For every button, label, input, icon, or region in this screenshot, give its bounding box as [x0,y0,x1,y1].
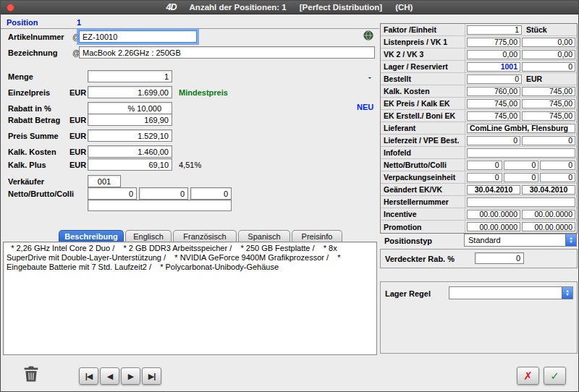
info-panel: Faktor /Einheit 1 Stück Listenpreis / VK… [380,23,578,234]
info-values: 1001 0 [465,61,577,72]
rabatt-betrag-field[interactable]: 169,90 [88,114,172,126]
delete-button[interactable] [17,362,46,385]
tab-franzoesisch[interactable]: Französisch [173,230,237,242]
info-label: EK Erstell./ Boni EK [381,110,465,122]
bezeichnung-field[interactable]: MacBook 2.26GHz : 250GB [79,46,375,59]
info-value-box: 745,00 [522,111,575,121]
info-value-box: 1 [467,25,522,35]
rabatt-betrag-label: Rabatt Betrag [8,116,60,124]
info-value-box: 775,00 [467,38,520,47]
tab-beschreibung[interactable]: Beschreibung [59,230,124,242]
header-separator [1,28,379,29]
info-row-kalk-kosten: Kalk. Kosten 760,00 745,00 [381,85,577,98]
verkaeufer-field[interactable]: 001 [88,175,121,187]
info-values: 0 0 0 [465,171,577,183]
info-row-promotion: Promotion 00.00.0000 00.00.0000 [381,221,577,233]
info-values: ComLine GmbH, Flensburg [465,122,577,134]
info-label: VK 2 / VK 3 [381,48,465,60]
window-close-button[interactable] [7,4,14,12]
info-label: Bestellt [381,73,465,85]
info-value-box: 745,00 [522,99,575,108]
info-values [465,147,577,158]
info-label: Lager / Reserviert [381,61,465,72]
info-value-box-infofeld [467,148,575,158]
positionstyp-dropdown[interactable]: Standard ▲▼ [464,234,577,247]
window-title: Anzahl der Positionen: 1 [190,3,287,12]
lager-regel-dropdown[interactable]: ▲▼ [449,286,573,299]
info-value-box: 00.00.0000 [522,222,575,231]
globe-icon[interactable] [363,30,374,41]
nav-next-record-button[interactable]: ▶ [121,367,140,385]
info-row-listenpreis-vk1: Listenpreis / VK 1 775,00 0,00 [381,36,577,48]
tab-englisch[interactable]: Englisch [125,230,172,242]
positionstyp-value: Standard [468,236,501,244]
info-value-box-lieferant: ComLine GmbH, Flensburg [467,124,575,133]
info-value-box: 00.00.0000 [467,222,520,231]
info-values: 00.00.0000 00.00.0000 [465,221,577,233]
info-row-faktor-einheit: Faktor /Einheit 1 Stück [381,24,577,36]
info-row-geaendert: Geändert EK/VK 30.04.2010 30.04.2010 [381,184,577,196]
lager-regel-group: Lager Regel ▲▼ [380,281,578,354]
verdeckter-rabatt-label: Verdeckter Rab. % [385,255,455,263]
info-value-box: 745,00 [467,111,520,121]
chevron-up-down-icon: ▲▼ [562,287,572,299]
info-value-box-date: 30.04.2010 [522,185,575,195]
einzelpreis-label: Einzelpreis [8,88,50,97]
info-value-box: 0 [522,136,575,145]
info-row-lieferzeit: Lieferzeit / VPE Best. 0 0 [381,135,577,147]
artikelnummer-field[interactable]: EZ-10010 [79,30,197,43]
menge-field[interactable]: 1 [88,70,172,82]
extra-field[interactable] [88,200,232,211]
cancel-button[interactable]: ✗ [517,367,539,385]
info-row-ek-preis: EK Preis / Kalk EK 745,00 745,00 [381,98,577,110]
nav-last-record-button[interactable]: ▶| [142,367,161,385]
info-value-box: 0,00 [522,38,575,47]
tab-preisinfo[interactable]: Preisinfo [292,230,342,242]
info-value-box: 0 [540,161,575,170]
kalk-kosten-field[interactable]: 1.460,00 [88,145,172,158]
info-values: 0 EUR [465,73,577,85]
nav-first-record-button[interactable]: |◀ [79,367,98,385]
info-row-netto-brutto-colli: Netto/Brutto/Colli 0 0 0 [381,159,577,171]
nav-previous-record-button[interactable]: ◀ [100,367,119,385]
kalk-plus-percent: 4,51% [179,161,201,169]
brutto-field[interactable]: 0 [139,187,188,200]
info-row-verpackungseinheit: Verpackungseinheit 0 0 0 [381,171,577,184]
last-record-icon: ▶| [148,372,156,381]
verdeckter-rabatt-group: Verdeckter Rab. % 0 [380,249,578,268]
verdeckter-rabatt-field[interactable]: 0 [475,252,524,264]
description-textarea[interactable]: * 2,26 GHz Intel Core 2 Duo / * 2 GB DDR… [3,242,377,355]
info-value-box: 0 [467,74,522,84]
colli-field[interactable]: 0 [190,187,232,200]
info-label: Verpackungseinheit [381,171,465,183]
netto-field[interactable]: 0 [88,187,137,200]
info-value-box: 00.00.0000 [522,210,575,219]
info-value-text: Stück [523,25,575,34]
app-window: 4D Anzahl der Positionen: 1 [Perfect Dis… [0,0,579,392]
neu-badge: NEU [357,103,373,111]
rabatt-prozent-field[interactable]: % 10,000 [88,102,172,114]
info-value-box-hersteller [467,197,575,207]
info-row-lieferant: Lieferant ComLine GmbH, Flensburg [381,122,577,135]
info-values: 745,00 745,00 [465,98,577,109]
info-value-box: 0 [467,136,520,145]
trash-icon [21,364,41,384]
next-record-icon: ▶ [128,372,133,381]
kalk-kosten-currency: EUR [69,148,86,156]
einzelpreis-field[interactable]: 1.699,00 [88,86,172,98]
preis-summe-currency: EUR [69,132,86,140]
info-label: Promotion [381,221,465,233]
info-values [465,196,577,208]
4d-logo: 4D [166,2,177,12]
info-label: Incentive [381,208,465,220]
tab-spanisch[interactable]: Spanisch [238,230,290,242]
info-values: 1 Stück [465,24,577,35]
ok-button[interactable]: ✓ [544,367,566,385]
info-label: Herstellernummer [381,196,465,208]
window-app-name: [Perfect Distribution] [300,3,382,12]
kalk-plus-field[interactable]: 69,10 [88,158,172,171]
info-value-box: 0 [467,161,502,170]
preis-summe-field[interactable]: 1.529,10 [88,129,172,142]
kalk-kosten-label: Kalk. Kosten [8,148,56,156]
titlebar-title-group: 4D Anzahl der Positionen: 1 [Perfect Dis… [1,2,578,12]
